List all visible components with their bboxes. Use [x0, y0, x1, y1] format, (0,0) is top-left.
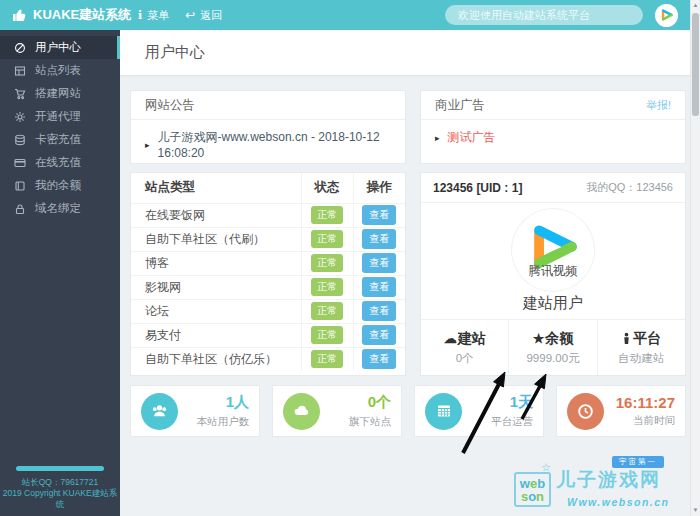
status-badge: 正常	[311, 326, 343, 344]
status-badge: 正常	[311, 254, 343, 272]
col-header-status: 状态	[301, 173, 353, 203]
card-sites: 0个 旗下站点	[272, 385, 402, 437]
thumbs-up-icon	[12, 8, 26, 22]
sidebar-item-label: 用户中心	[35, 40, 81, 55]
card-users: 1人 本站用户数	[130, 385, 260, 437]
view-button[interactable]: 查看	[362, 277, 396, 297]
search-input[interactable]	[445, 5, 643, 25]
star-icon: ★	[533, 331, 545, 346]
webmaster-qq: 站长QQ：79617721	[0, 477, 120, 488]
site-name: 影视网	[131, 275, 301, 299]
table-row: 在线要饭网 正常 查看	[131, 203, 405, 227]
scroll-down-arrow-icon[interactable]: ▼	[691, 505, 700, 516]
user-avatar-large[interactable]: 腾讯视频	[512, 209, 594, 291]
person-icon	[621, 332, 632, 345]
card-value: 1天	[491, 393, 533, 412]
stat-build: ☁建站 0个	[421, 320, 508, 375]
page-header: 用户中心	[120, 30, 690, 75]
table-row: 自助下单社区（仿亿乐） 正常 查看	[131, 347, 405, 371]
site-name: 论坛	[131, 299, 301, 323]
webson-logo: web son	[514, 472, 551, 507]
ad-panel-header: 商业广告 举报!	[421, 91, 685, 120]
page-title: 用户中心	[145, 43, 205, 62]
lock-icon	[14, 203, 26, 215]
col-header-site-type: 站点类型	[131, 173, 301, 203]
stat-label-text: 余额	[545, 330, 573, 348]
calendar-icon	[435, 402, 453, 420]
back-arrow-icon: ↩	[185, 8, 195, 22]
site-name: 自助下单社区（仿亿乐）	[131, 347, 301, 371]
tencent-video-logo-icon	[657, 6, 676, 25]
back-button[interactable]: ↩ 返回	[185, 8, 222, 23]
clock-icon	[576, 402, 595, 421]
scrollbar-thumb[interactable]	[692, 13, 699, 116]
page-scrollbar[interactable]: ▲ ▼	[690, 0, 700, 516]
sidebar-item-agent[interactable]: 开通代理	[0, 105, 120, 128]
stat-balance: ★余额 9999.00元	[508, 320, 596, 375]
site-type-table: 站点类型 状态 操作 在线要饭网 正常 查看 自助下单社区（代刷） 正常 查看 …	[131, 173, 405, 371]
table-row: 影视网 正常 查看	[131, 275, 405, 299]
ad-item-link[interactable]: 测试广告	[448, 129, 496, 146]
view-button[interactable]: 查看	[362, 205, 396, 225]
cloud-icon	[292, 401, 312, 421]
table-header-row: 站点类型 状态 操作	[131, 173, 405, 203]
user-stats: ☁建站 0个 ★余额 9999.00元 平台 自动建站	[421, 319, 685, 375]
table-row: 博客 正常 查看	[131, 251, 405, 275]
sidebar-item-my-balance[interactable]: 我的余额	[0, 174, 120, 197]
status-badge: 正常	[311, 206, 343, 224]
sidebar-item-label: 搭建网站	[35, 86, 81, 101]
card-days: 1天 平台运营	[414, 385, 544, 437]
brand-title: KUAKE建站系统	[33, 6, 131, 24]
sidebar-item-online-recharge[interactable]: 在线充值	[0, 151, 120, 174]
status-badge: 正常	[311, 230, 343, 248]
sidebar-item-card-recharge[interactable]: 卡密充值	[0, 128, 120, 151]
card-label: 当前时间	[616, 414, 675, 428]
sidebar-footer-bar	[16, 466, 104, 471]
stat-label-text: 建站	[458, 330, 486, 348]
tencent-video-logo-icon: 腾讯视频	[512, 209, 594, 291]
user-avatar-small[interactable]	[655, 4, 678, 27]
user-role: 建站用户	[523, 294, 583, 313]
view-button[interactable]: 查看	[362, 301, 396, 321]
scroll-up-arrow-icon[interactable]: ▲	[691, 0, 700, 11]
stat-value: 自动建站	[618, 351, 664, 366]
app-logo[interactable]: KUAKE建站系统	[0, 6, 122, 24]
sidebar-item-label: 卡密充值	[35, 132, 81, 147]
sidebar-item-user-center[interactable]: 用户中心	[0, 36, 120, 59]
view-button[interactable]: 查看	[362, 325, 396, 345]
site-type-panel: 站点类型 状态 操作 在线要饭网 正常 查看 自助下单社区（代刷） 正常 查看 …	[130, 172, 406, 376]
cloud-icon: ☁	[444, 331, 457, 346]
status-badge: 正常	[311, 302, 343, 320]
copyright: 2019 Copyright KUAKE建站系统	[0, 488, 120, 510]
bullet-icon: ▸	[145, 140, 150, 150]
view-button[interactable]: 查看	[362, 253, 396, 273]
sidebar-footer: 站长QQ：79617721 2019 Copyright KUAKE建站系统	[0, 466, 120, 510]
menu-button[interactable]: i 菜单	[138, 8, 169, 23]
sidebar-item-site-list[interactable]: 站点列表	[0, 59, 120, 82]
view-button[interactable]: 查看	[362, 229, 396, 249]
card-label: 本站用户数	[197, 415, 250, 429]
view-button[interactable]: 查看	[362, 349, 396, 369]
site-name: 自助下单社区（代刷）	[131, 227, 301, 251]
sidebar-menu: 用户中心 站点列表 搭建网站 开通代理	[0, 30, 120, 220]
table-row: 自助下单社区（代刷） 正常 查看	[131, 227, 405, 251]
stat-platform: 平台 自动建站	[597, 320, 685, 375]
sidebar-item-label: 在线充值	[35, 155, 81, 170]
table-row: 易支付 正常 查看	[131, 323, 405, 347]
report-link[interactable]: 举报!	[646, 98, 671, 113]
coins-icon	[14, 134, 26, 146]
main-content: 用户中心 网站公告 ▸ 儿子游戏网-www.webson.cn - 2018-1…	[120, 30, 690, 516]
cart-icon	[14, 88, 26, 100]
user-panel: 123456 [UID : 1] 我的QQ：123456 腾讯视频 建站用户	[420, 172, 686, 376]
sidebar-item-label: 我的余额	[35, 178, 81, 193]
sidebar-item-build-site[interactable]: 搭建网站	[0, 82, 120, 105]
card-value: 1人	[197, 393, 250, 412]
table-row: 论坛 正常 查看	[131, 299, 405, 323]
status-badge: 正常	[311, 278, 343, 296]
sidebar-item-label: 域名绑定	[35, 201, 81, 216]
sidebar-item-domain-bind[interactable]: 域名绑定	[0, 197, 120, 220]
back-label: 返回	[200, 8, 222, 23]
users-icon	[150, 402, 169, 421]
uid-text: 123456 [UID : 1]	[433, 181, 522, 195]
notice-item-link[interactable]: 儿子游戏网-www.webson.cn - 2018-10-12 16:08:2…	[158, 129, 391, 160]
